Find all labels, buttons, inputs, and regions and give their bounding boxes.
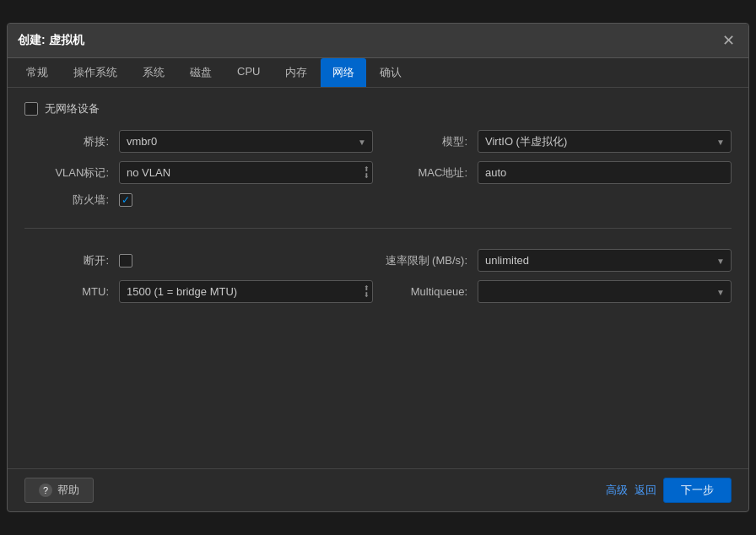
mtu-label: MTU: [24, 285, 109, 298]
model-select-wrapper: VirtIO (半虚拟化) [478, 130, 732, 153]
tab-cpu[interactable]: CPU [225, 58, 272, 87]
next-button[interactable]: 下一步 [663, 478, 732, 503]
multiqueue-label: Multiqueue: [383, 285, 467, 298]
tab-system[interactable]: 系统 [131, 58, 176, 87]
tab-network[interactable]: 网络 [321, 58, 366, 87]
mtu-input-wrapper [119, 280, 373, 303]
mac-label: MAC地址: [383, 165, 467, 181]
tab-disk[interactable]: 磁盘 [178, 58, 224, 87]
bridge-select-wrapper: vmbr0 [119, 130, 373, 153]
footer: ? 帮助 高级 返回 下一步 [8, 468, 748, 511]
disconnect-label: 断开: [24, 253, 109, 268]
bridge-select[interactable]: vmbr0 [119, 130, 373, 153]
no-network-row: 无网络设备 [24, 101, 732, 116]
rate-limit-select[interactable]: unlimited [478, 249, 732, 272]
firewall-label: 防火墙: [24, 192, 109, 208]
tab-memory[interactable]: 内存 [273, 58, 319, 87]
firewall-checkbox[interactable] [119, 193, 132, 207]
model-select[interactable]: VirtIO (半虚拟化) [478, 130, 732, 153]
mac-input[interactable] [478, 161, 732, 184]
close-button[interactable]: ✕ [718, 30, 738, 51]
mtu-input[interactable] [119, 280, 373, 303]
disconnect-row [119, 254, 373, 268]
vlan-input[interactable] [119, 161, 373, 184]
form-grid: 桥接: vmbr0 模型: VirtIO (半虚拟化) VLAN标记: MAC地… [24, 130, 732, 303]
bridge-label: 桥接: [24, 134, 109, 149]
multiqueue-select[interactable] [478, 280, 732, 303]
footer-right: 高级 返回 下一步 [606, 478, 732, 503]
form-divider [24, 228, 732, 229]
back-link[interactable]: 返回 [634, 483, 656, 498]
no-network-label: 无网络设备 [45, 101, 100, 116]
dialog-title: 创建: 虚拟机 [18, 33, 84, 48]
model-label: 模型: [383, 134, 467, 149]
vlan-label: VLAN标记: [24, 165, 109, 181]
help-label: 帮助 [57, 483, 79, 498]
no-network-checkbox[interactable] [24, 102, 38, 116]
tab-os[interactable]: 操作系统 [62, 58, 129, 87]
firewall-row [119, 193, 373, 207]
disconnect-checkbox[interactable] [119, 254, 132, 268]
content-area: 无网络设备 桥接: vmbr0 模型: VirtIO (半虚拟化) VLAN标记… [8, 88, 748, 468]
vlan-input-wrapper [119, 161, 373, 184]
title-bar: 创建: 虚拟机 ✕ [8, 24, 748, 58]
tabs-bar: 常规 操作系统 系统 磁盘 CPU 内存 网络 确认 [8, 58, 748, 88]
help-button[interactable]: ? 帮助 [24, 478, 94, 503]
tab-general[interactable]: 常规 [14, 58, 60, 87]
rate-limit-select-wrapper: unlimited [478, 249, 732, 272]
advanced-link[interactable]: 高级 [606, 483, 628, 498]
tab-confirm[interactable]: 确认 [368, 58, 413, 87]
rate-limit-label: 速率限制 (MB/s): [383, 253, 467, 268]
create-vm-dialog: 创建: 虚拟机 ✕ 常规 操作系统 系统 磁盘 CPU 内存 网络 确认 无网络… [7, 23, 749, 512]
multiqueue-select-wrapper [478, 280, 732, 303]
question-icon: ? [39, 484, 52, 497]
